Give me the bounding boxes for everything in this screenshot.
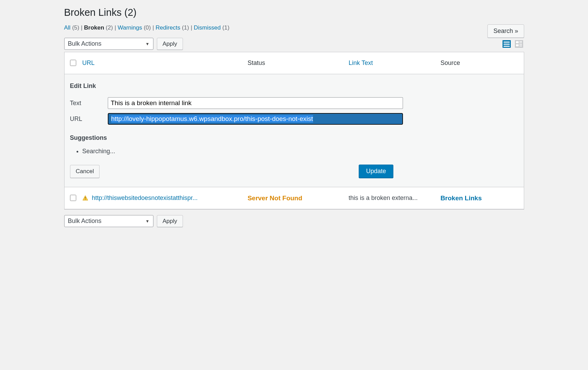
svg-rect-12 — [85, 197, 85, 199]
bulk-actions-selected-bottom: Bulk Actions — [68, 217, 102, 225]
edit-link-heading: Edit Link — [70, 82, 518, 90]
row-link-text: this is a broken externa... — [345, 187, 437, 209]
select-all-checkbox[interactable] — [70, 60, 76, 66]
edit-link-url-input[interactable] — [108, 113, 403, 125]
filter-all-count: (5) — [72, 24, 79, 31]
filter-broken[interactable]: Broken — [84, 24, 104, 31]
page-title-count: (2) — [124, 7, 136, 18]
update-button[interactable]: Update — [359, 165, 393, 178]
suggestions-heading: Suggestions — [70, 134, 518, 142]
filter-redirects-count: (1) — [182, 24, 189, 31]
svg-rect-2 — [504, 44, 510, 45]
page-title-text: Broken Links — [64, 7, 122, 18]
column-source: Source — [436, 52, 523, 74]
row-status: Server Not Found — [243, 187, 344, 209]
suggestions-list: Searching... — [70, 148, 518, 155]
edit-link-text-input[interactable] — [108, 97, 403, 109]
table-head: URL Status Link Text Source — [65, 52, 524, 74]
row-url: http://thiswebsitedoesnotexistatthispr..… — [78, 187, 244, 209]
column-link-text[interactable]: Link Text — [345, 52, 437, 74]
svg-rect-8 — [516, 44, 519, 46]
edit-link-panel: Edit Link Text URL Suggestions Searching… — [65, 74, 524, 187]
filter-dismissed-count: (1) — [222, 24, 230, 31]
view-list-icon[interactable] — [501, 39, 512, 49]
svg-rect-10 — [519, 46, 522, 46]
suggestions-searching: Searching... — [82, 148, 518, 155]
bulk-actions-select[interactable]: Bulk Actions — [64, 38, 153, 50]
search-button[interactable]: Search » — [487, 24, 524, 38]
edit-link-text-label: Text — [70, 100, 104, 107]
row-source-link[interactable]: Broken Links — [440, 194, 482, 202]
svg-rect-13 — [85, 199, 85, 200]
cancel-button[interactable]: Cancel — [70, 165, 100, 178]
svg-rect-9 — [519, 44, 522, 45]
svg-rect-7 — [519, 43, 522, 43]
bulk-actions-selected: Bulk Actions — [68, 40, 102, 47]
page-title: Broken Links (2) — [64, 7, 524, 18]
select-all-header — [65, 52, 78, 74]
bulk-actions-apply-bottom[interactable]: Apply — [157, 215, 183, 227]
filter-dismissed[interactable]: Dismissed — [194, 24, 221, 31]
links-table: URL Status Link Text Source Edit Link Te… — [64, 52, 524, 210]
filter-redirects[interactable]: Redirects — [155, 24, 180, 31]
warning-icon — [82, 195, 88, 201]
bulk-actions-apply[interactable]: Apply — [157, 38, 183, 50]
filter-warnings[interactable]: Warnings — [118, 24, 142, 31]
svg-rect-3 — [504, 46, 510, 47]
column-status: Status — [243, 52, 344, 74]
edit-link-url-label: URL — [70, 115, 104, 123]
view-excerpt-icon[interactable] — [514, 39, 524, 49]
filter-broken-count: (2) — [106, 24, 113, 31]
row-url-link[interactable]: http://thiswebsitedoesnotexistatthispr..… — [92, 194, 198, 201]
filter-subsubsub: All (5) | Broken (2) | Warnings (0) | Re… — [64, 24, 230, 31]
svg-rect-1 — [504, 42, 510, 43]
row-checkbox[interactable] — [70, 195, 76, 201]
table-row: http://thiswebsitedoesnotexistatthispr..… — [65, 187, 524, 209]
filter-all[interactable]: All — [64, 24, 71, 31]
filter-warnings-count: (0) — [144, 24, 151, 31]
view-switch — [501, 39, 524, 49]
svg-rect-5 — [516, 41, 519, 43]
column-url[interactable]: URL — [78, 52, 244, 74]
bulk-actions-select-bottom[interactable]: Bulk Actions — [64, 215, 153, 227]
svg-rect-6 — [519, 41, 522, 42]
row-source: Broken Links — [436, 187, 523, 209]
